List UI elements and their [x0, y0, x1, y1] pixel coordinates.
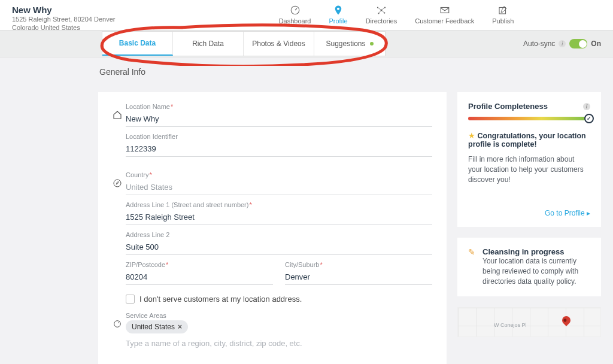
info-icon[interactable]: i — [583, 103, 590, 110]
top-header: New Why 1525 Raleigh Street, 80204 Denve… — [0, 0, 613, 30]
zip-label: ZIP/Postcode — [126, 261, 273, 268]
suggestions-dot-icon — [370, 42, 374, 46]
tab-strip: Basic Data Rich Data Photos & Videos Sug… — [0, 30, 613, 57]
autosync-toggle[interactable]: Auto-sync i On — [523, 39, 601, 48]
svg-rect-7 — [441, 8, 449, 13]
nav-directories[interactable]: Directories — [366, 5, 397, 25]
tab-rich-data[interactable]: Rich Data — [173, 32, 244, 56]
addr2-input[interactable] — [126, 239, 432, 255]
map-street-label: W Conejos Pl — [494, 322, 527, 328]
completeness-meter — [468, 117, 590, 120]
nav-feedback[interactable]: Customer Feedback — [415, 5, 474, 25]
home-icon — [113, 110, 126, 120]
info-icon: i — [559, 40, 566, 47]
switch-icon[interactable] — [569, 39, 587, 48]
location-name-input[interactable] — [126, 111, 432, 127]
zip-input[interactable] — [126, 269, 273, 285]
tab-suggestions[interactable]: Suggestions — [314, 32, 385, 56]
profile-completeness-card: Profile Completeness i ★ Congratulations… — [457, 92, 601, 227]
country-label: Country — [126, 171, 432, 178]
service-area-input[interactable]: Type a name of a region, city, district,… — [126, 337, 432, 350]
location-id-label: Location Identifier — [126, 133, 432, 140]
target-icon — [113, 319, 126, 329]
completeness-congrats: ★ Congratulations, your location profile… — [468, 131, 590, 148]
completeness-title: Profile Completeness — [468, 102, 548, 111]
tab-photos-videos[interactable]: Photos & Videos — [244, 32, 314, 56]
network-icon — [376, 5, 387, 16]
check-icon — [584, 114, 594, 123]
country-input[interactable] — [126, 180, 432, 195]
map-preview-card[interactable]: W Conejos Pl — [457, 307, 601, 337]
compose-icon — [497, 5, 508, 16]
service-area-chip[interactable]: United States × — [126, 320, 188, 333]
location-id-input[interactable] — [126, 141, 432, 157]
nav-profile[interactable]: Profile — [329, 5, 347, 25]
star-icon: ★ — [468, 132, 475, 140]
cleansing-card: ✎ Cleansing in progress Your location da… — [457, 238, 601, 296]
section-heading: General Info — [99, 67, 613, 77]
gauge-icon — [290, 5, 301, 16]
general-info-card: Location Name Location Identifier Countr… — [98, 92, 447, 364]
addr2-label: Address Line 2 — [126, 231, 432, 238]
svg-point-9 — [114, 180, 121, 187]
tab-basic-data[interactable]: Basic Data — [102, 32, 173, 56]
checkbox-icon — [126, 295, 135, 304]
envelope-icon — [439, 5, 450, 16]
city-input[interactable] — [285, 269, 432, 285]
addr1-label: Address Line 1 (Street and street number… — [126, 201, 432, 208]
addr1-input[interactable] — [126, 210, 432, 225]
hide-address-checkbox[interactable]: I don't serve customers at my location a… — [126, 295, 432, 304]
pin-icon — [333, 5, 344, 16]
map-grid — [458, 308, 600, 336]
service-areas-label: Service Areas — [126, 312, 432, 319]
compass-icon — [113, 178, 126, 188]
city-label: City/Suburb — [285, 261, 432, 268]
cleansing-title: Cleansing in progress — [482, 247, 590, 256]
go-to-profile-link[interactable]: Go to Profile ▸ — [545, 209, 590, 217]
location-name-label: Location Name — [126, 103, 432, 110]
nav-dashboard[interactable]: Dashboard — [279, 5, 311, 25]
cleansing-desc: Your location data is currently being re… — [482, 256, 590, 286]
location-title: New Why — [12, 5, 192, 15]
completeness-desc: Fill in more rich information about your… — [468, 154, 590, 184]
svg-point-1 — [337, 8, 339, 10]
chip-remove-icon[interactable]: × — [178, 323, 182, 331]
nav-publish[interactable]: Publish — [492, 5, 514, 25]
brush-icon: ✎ — [468, 247, 478, 257]
